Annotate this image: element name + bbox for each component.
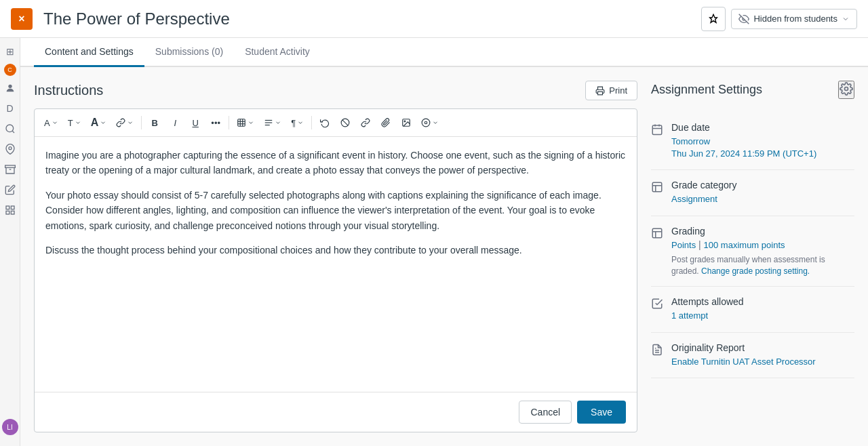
grading-label: Grading	[671, 226, 854, 237]
due-date-value2[interactable]: Thu Jun 27, 2024 11:59 PM (UTC+1)	[671, 148, 854, 160]
attempts-value[interactable]: 1 attempt	[671, 310, 854, 322]
grade-category-value[interactable]: Assignment	[671, 193, 854, 205]
originality-icon	[651, 344, 663, 368]
svg-line-3	[12, 131, 14, 133]
toolbar-bold[interactable]: B	[145, 113, 164, 132]
instruction-paragraph-1: Imagine you are a photographer capturing…	[45, 148, 626, 178]
tab-content-settings[interactable]: Content and Settings	[34, 38, 144, 67]
svg-point-24	[422, 119, 430, 127]
sidebar-grid-icon[interactable]	[2, 202, 18, 218]
page-body: Instructions Print	[20, 67, 868, 446]
originality-value[interactable]: Enable Turnitin UAT Asset Processor	[671, 356, 854, 368]
chevron-down-icon	[432, 119, 439, 126]
grading-points-row: Points | 100 maximum points	[671, 239, 854, 251]
link-icon	[116, 118, 125, 127]
tab-student-activity[interactable]: Student Activity	[234, 38, 321, 67]
grading-change-link[interactable]: Change grade posting setting.	[701, 266, 810, 276]
settings-header: Assignment Settings	[651, 81, 854, 99]
instructions-title: Instructions	[34, 83, 103, 98]
grading-content: Grading Points | 100 maximum points Post…	[671, 226, 854, 277]
sidebar-notification: C	[4, 64, 16, 76]
sidebar-archive-icon[interactable]	[2, 161, 18, 178]
svg-rect-5	[5, 165, 15, 167]
left-sidebar: ⊞ C D LI	[0, 38, 20, 446]
toolbar-undo[interactable]	[315, 113, 334, 132]
svg-rect-34	[652, 228, 662, 238]
main-body: ⊞ C D LI	[0, 38, 868, 446]
visibility-button[interactable]: Hidden from students	[731, 9, 857, 29]
grading-separator: |	[698, 239, 701, 250]
instruction-paragraph-3: Discuss the thought process behind your …	[45, 243, 626, 258]
grading-max-points[interactable]: 100 maximum points	[704, 240, 785, 250]
toolbar-more[interactable]: •••	[206, 113, 225, 132]
visibility-label: Hidden from students	[753, 14, 837, 24]
close-button[interactable]: ×	[11, 8, 33, 30]
top-bar-actions: Hidden from students	[701, 7, 857, 31]
svg-point-4	[9, 147, 12, 150]
instruction-paragraph-2: Your photo essay should consist of 5-7 c…	[45, 188, 626, 233]
svg-rect-8	[11, 206, 14, 209]
originality-content: Originality Report Enable Turnitin UAT A…	[671, 342, 854, 368]
sidebar-user-icon[interactable]	[2, 80, 18, 96]
toolbar-table[interactable]	[233, 115, 258, 130]
sidebar-search-icon[interactable]	[2, 121, 18, 137]
settings-gear-button[interactable]	[838, 81, 854, 99]
due-date-icon	[651, 123, 663, 160]
toolbar-clear-format[interactable]	[336, 113, 355, 132]
chevron-down-icon	[275, 119, 281, 126]
sidebar-edit-icon[interactable]	[2, 182, 18, 198]
svg-rect-31	[652, 183, 662, 192]
toolbar-font-size[interactable]: A	[87, 114, 111, 131]
grading-note: Post grades manually when assessment is …	[671, 254, 854, 277]
toolbar-image[interactable]	[397, 113, 416, 132]
save-button[interactable]: Save	[577, 401, 626, 424]
toolbar-font-style[interactable]: A	[40, 115, 62, 131]
toolbar-hyperlink[interactable]	[356, 113, 375, 132]
print-button[interactable]: Print	[585, 81, 637, 100]
toolbar-divider-2	[229, 116, 229, 129]
toolbar-underline[interactable]: U	[186, 113, 205, 132]
hyperlink-icon	[361, 118, 370, 127]
toolbar-paragraph[interactable]: ¶	[287, 115, 308, 131]
sidebar-bottom-icon[interactable]: LI	[2, 419, 18, 435]
toolbar-text-type[interactable]: T	[64, 115, 85, 131]
print-icon	[595, 86, 605, 96]
toolbar-media[interactable]	[417, 115, 443, 130]
due-date-value1[interactable]: Tomorrow	[671, 136, 854, 148]
pin-icon	[708, 14, 719, 24]
svg-point-26	[845, 87, 848, 91]
undo-icon	[320, 118, 330, 127]
svg-point-23	[404, 121, 406, 122]
sidebar-home-icon[interactable]: ⊞	[2, 43, 18, 60]
grading-points[interactable]: Points	[671, 240, 696, 250]
attempts-label: Attempts allowed	[671, 296, 854, 307]
settings-title: Assignment Settings	[651, 83, 762, 97]
chevron-down-icon	[297, 119, 304, 126]
cancel-button[interactable]: Cancel	[519, 401, 572, 424]
toolbar-align[interactable]	[260, 115, 285, 130]
print-label: Print	[609, 85, 627, 96]
grade-category-icon	[651, 181, 663, 205]
editor-content[interactable]: Imagine you are a photographer capturing…	[35, 137, 637, 392]
originality-label: Originality Report	[671, 342, 854, 353]
clear-format-icon	[340, 118, 350, 127]
svg-rect-12	[238, 119, 245, 127]
toolbar-divider-3	[311, 116, 312, 129]
grading-icon	[651, 227, 663, 277]
svg-point-2	[6, 125, 14, 132]
toolbar-embed-link[interactable]	[376, 113, 395, 132]
tab-submissions[interactable]: Submissions (0)	[144, 38, 234, 67]
media-icon	[421, 118, 431, 127]
toolbar-italic[interactable]: I	[165, 113, 184, 132]
chevron-down-icon	[248, 119, 254, 126]
toolbar-divider-1	[141, 116, 142, 129]
pin-button[interactable]	[701, 7, 726, 31]
svg-rect-7	[6, 206, 9, 209]
sidebar-location-icon[interactable]	[2, 141, 18, 157]
sidebar-d-icon[interactable]: D	[2, 100, 18, 117]
due-date-label: Due date	[671, 122, 854, 133]
editor-actions: Cancel Save	[35, 392, 637, 432]
grade-category-content: Grade category Assignment	[671, 180, 854, 205]
toolbar-link-dropdown[interactable]	[112, 115, 138, 130]
grade-category-label: Grade category	[671, 180, 854, 190]
